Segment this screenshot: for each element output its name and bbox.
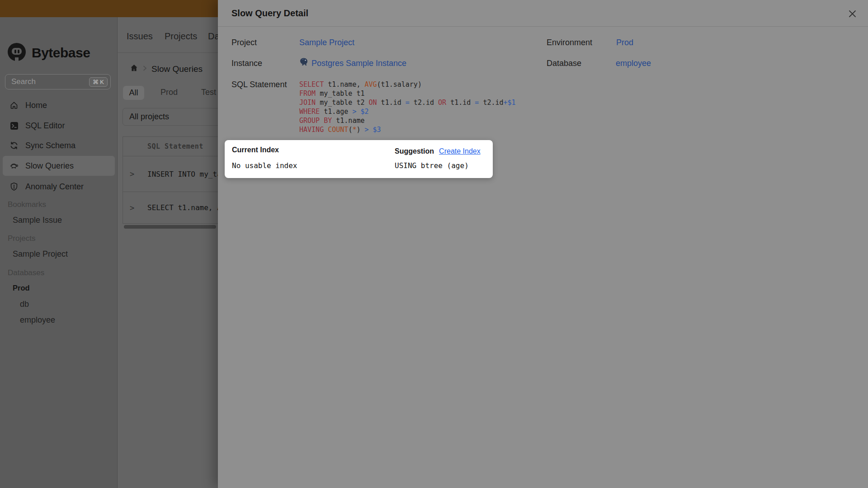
field-label-sql-statement: SQL Statement (231, 80, 287, 89)
sidebar-item-slow-queries[interactable]: Slow Queries (3, 156, 115, 176)
search-box[interactable]: ⌘ K (5, 74, 111, 89)
breadcrumb: Slow Queries (130, 64, 203, 74)
tab-prod[interactable]: Prod (160, 88, 178, 97)
modal-title: Slow Query Detail (231, 8, 308, 19)
sidebar-item-label: SQL Editor (25, 121, 65, 131)
terminal-icon (9, 121, 19, 130)
sidebar-section-projects: Projects (8, 234, 35, 243)
logo-wordmark: Bytebase (32, 45, 90, 61)
horizontal-scrollbar[interactable] (124, 225, 216, 229)
nav-item-projects[interactable]: Projects (165, 31, 197, 42)
nav-item-issues[interactable]: Issues (127, 31, 153, 42)
sidebar-item-home[interactable]: Home (3, 95, 115, 115)
create-index-link[interactable]: Create Index (439, 147, 481, 155)
sidebar: Bytebase ⌘ K Home SQL Editor Sync Schema (0, 17, 118, 488)
sidebar-item-sql-editor[interactable]: SQL Editor (3, 116, 115, 136)
tab-test[interactable]: Test (201, 88, 216, 97)
sidebar-item-sample-issue[interactable]: Sample Issue (13, 216, 62, 225)
sidebar-item-anomaly-center[interactable]: Anomaly Center (3, 177, 115, 197)
breadcrumb-home-icon[interactable] (130, 64, 138, 74)
close-button[interactable] (846, 8, 858, 19)
sidebar-item-label: Home (25, 101, 47, 110)
instance-name: Postgres Sample Instance (311, 59, 406, 68)
slow-query-detail-modal: Slow Query Detail Project Sample Project… (218, 0, 868, 488)
field-value-database-link[interactable]: employee (616, 59, 651, 68)
field-label-instance: Instance (231, 59, 262, 68)
bytebase-logo-icon (7, 42, 26, 63)
bytebase-logo[interactable]: Bytebase (7, 42, 90, 63)
sidebar-item-db[interactable]: db (20, 300, 29, 309)
suggestion-label: Suggestion (395, 147, 434, 155)
field-label-environment: Environment (547, 38, 592, 47)
chevron-right-icon (142, 65, 147, 73)
expand-chevron-icon[interactable]: > (130, 169, 139, 178)
sidebar-item-sample-project[interactable]: Sample Project (13, 249, 68, 259)
home-icon (9, 101, 19, 110)
search-shortcut-badge: ⌘ K (89, 77, 108, 87)
sidebar-item-label: Slow Queries (25, 161, 74, 171)
sql-statement-code: SELECT t1.name, AVG(t1.salary)FROM my_ta… (299, 80, 516, 134)
field-value-instance-link[interactable]: Postgres Sample Instance (299, 57, 406, 69)
screen: Bytebase ⌘ K Home SQL Editor Sync Schema (0, 0, 868, 488)
modal-header-divider (218, 26, 868, 27)
column-header-sql-statement: SQL Statement (147, 142, 203, 150)
shield-alert-icon (9, 182, 19, 191)
current-index-label: Current Index (232, 146, 395, 156)
sidebar-group-prod[interactable]: Prod (13, 284, 30, 292)
breadcrumb-current: Slow Queries (151, 64, 203, 74)
suggestion-value: USING btree (age) (395, 161, 486, 172)
tab-all[interactable]: All (123, 86, 144, 100)
project-filter-value: All projects (129, 112, 169, 122)
postgres-icon (299, 57, 308, 69)
sidebar-item-sync-schema[interactable]: Sync Schema (3, 136, 115, 155)
field-value-project-link[interactable]: Sample Project (299, 38, 354, 47)
sidebar-section-databases: Databases (8, 268, 44, 277)
field-label-database: Database (547, 59, 581, 68)
current-index-value: No usable index (232, 161, 395, 172)
field-label-project: Project (231, 38, 257, 47)
sidebar-item-label: Anomaly Center (25, 182, 84, 192)
expand-chevron-icon[interactable]: > (130, 203, 139, 212)
field-value-environment-link[interactable]: Prod (616, 38, 633, 47)
sidebar-item-label: Sync Schema (25, 141, 75, 150)
index-advisor-card: Current Index Suggestion Create Index No… (225, 140, 493, 178)
sidebar-item-employee[interactable]: employee (20, 315, 55, 325)
sidebar-section-bookmarks: Bookmarks (8, 200, 46, 209)
suggestion-header: Suggestion Create Index (395, 146, 486, 156)
sync-icon (9, 141, 19, 150)
turtle-icon (9, 161, 19, 170)
search-input[interactable] (5, 77, 89, 86)
